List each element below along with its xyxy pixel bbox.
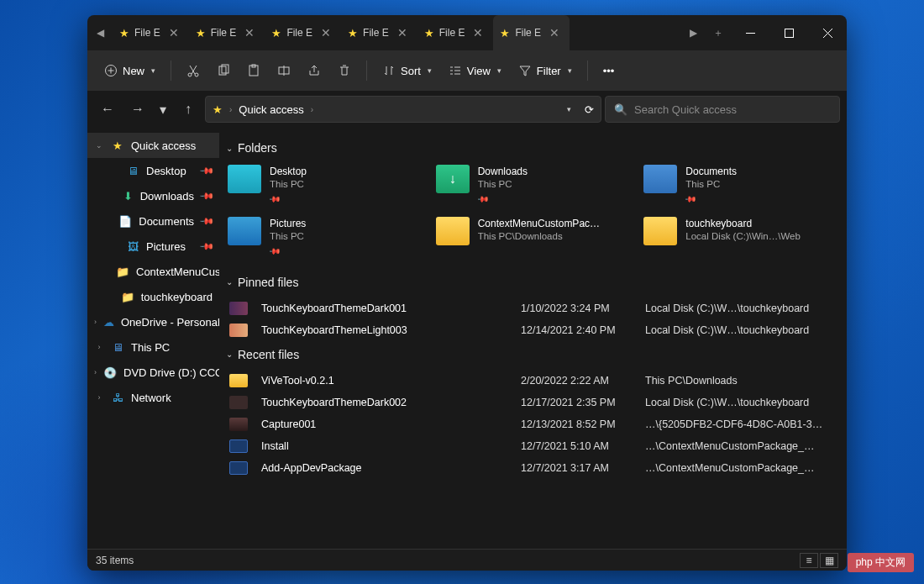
share-button[interactable]: [301, 59, 328, 82]
sidebar-item-label: Desktop: [146, 165, 186, 177]
sidebar-item[interactable]: ›🖥This PC: [87, 334, 219, 360]
tab-label: File E: [439, 27, 465, 39]
sidebar-item[interactable]: 🖼Pictures📌: [87, 234, 219, 259]
recent-locations-button[interactable]: ▾: [155, 96, 171, 123]
delete-button[interactable]: [331, 59, 358, 82]
close-tab-button[interactable]: ✕: [546, 24, 563, 41]
folder-item[interactable]: Desktop This PC 📌: [226, 163, 417, 207]
forward-button[interactable]: →: [124, 96, 151, 123]
view-switcher: ≡ ▦: [800, 553, 838, 568]
tab[interactable]: ★File E✕: [341, 15, 417, 50]
download-icon: ⬇: [123, 189, 134, 203]
tab[interactable]: ★File E✕: [417, 15, 494, 50]
file-location: …\{5205DFB2-CDF6-4D8C-A0B1-3…: [645, 418, 830, 430]
tab[interactable]: ★File E✕: [113, 15, 189, 50]
sort-button[interactable]: Sort▾: [375, 59, 438, 82]
minimize-button[interactable]: [731, 15, 769, 50]
folder-name: ContextMenuCustomPac…: [478, 217, 600, 230]
sidebar-item-label: Documents: [139, 215, 194, 228]
expand-icon: ›: [94, 318, 97, 326]
view-button[interactable]: View▾: [442, 59, 508, 82]
folder-item[interactable]: ↓ Downloads This PC 📌: [434, 163, 626, 207]
chevron-down-icon: ⌄: [226, 277, 233, 287]
file-icon: [229, 396, 248, 409]
more-button[interactable]: •••: [596, 60, 622, 82]
rename-button[interactable]: [270, 59, 297, 82]
close-tab-button[interactable]: ✕: [394, 24, 411, 41]
folder-item[interactable]: ContextMenuCustomPac… This PC\Downloads: [434, 215, 626, 259]
file-row[interactable]: ViVeTool-v0.2.1 2/20/2022 2:22 AM This P…: [226, 370, 833, 392]
folder-name: Downloads: [478, 165, 528, 178]
file-icon: [229, 302, 248, 315]
rename-icon: [277, 64, 291, 77]
maximize-button[interactable]: [769, 15, 808, 50]
svg-rect-0: [785, 29, 793, 37]
folder-icon: [436, 217, 470, 245]
sidebar-item[interactable]: 📁touchkeyboard: [87, 284, 219, 309]
main-body: ⌄★Quick access🖥Desktop📌⬇Downloads📌📄Docum…: [87, 128, 847, 549]
filter-button[interactable]: Filter▾: [512, 59, 579, 82]
file-row[interactable]: Install 12/7/2021 5:10 AM …\ContextMenuC…: [226, 435, 833, 457]
file-icon: [229, 418, 248, 431]
close-tab-button[interactable]: ✕: [318, 24, 334, 41]
new-tab-button[interactable]: ＋: [706, 26, 731, 40]
folder-item[interactable]: Pictures This PC 📌: [226, 215, 417, 259]
cut-button[interactable]: [180, 59, 207, 82]
paste-button[interactable]: [240, 59, 267, 82]
search-box[interactable]: 🔍: [605, 96, 840, 123]
file-row[interactable]: TouchKeyboardThemeLight003 12/14/2021 2:…: [226, 319, 833, 341]
file-row[interactable]: TouchKeyboardThemeDark002 12/17/2021 2:3…: [226, 392, 833, 413]
details-view-button[interactable]: ≡: [800, 553, 818, 568]
address-bar[interactable]: ★ › Quick access › ▾ ⟳: [205, 96, 601, 123]
pinned-section-header[interactable]: ⌄ Pinned files: [226, 276, 833, 289]
navigation-bar: ← → ▾ ↑ ★ › Quick access › ▾ ⟳ 🔍: [87, 91, 847, 128]
folder-info: Desktop This PC 📌: [270, 165, 307, 205]
file-row[interactable]: Capture001 12/13/2021 8:52 PM …\{5205DFB…: [226, 413, 833, 435]
file-row[interactable]: Add-AppDevPackage 12/7/2021 3:17 AM …\Co…: [226, 457, 833, 479]
folder-item[interactable]: Documents This PC 📌: [642, 163, 833, 207]
content-pane: ⌄ Folders Desktop This PC 📌 ↓ Downloads …: [219, 128, 847, 549]
desktop-icon: 🖥: [126, 164, 139, 177]
pin-icon: 📌: [198, 213, 214, 229]
tab[interactable]: ★File E✕: [493, 15, 570, 50]
tiles-view-button[interactable]: ▦: [820, 553, 838, 568]
item-count: 35 items: [96, 555, 134, 566]
up-button[interactable]: ↑: [175, 96, 202, 123]
folder-grid: Desktop This PC 📌 ↓ Downloads This PC 📌 …: [226, 163, 833, 259]
folders-section-header[interactable]: ⌄ Folders: [226, 141, 833, 155]
sidebar-item[interactable]: ›🖧Network: [87, 385, 219, 410]
file-name: ViVeTool-v0.2.1: [261, 375, 514, 387]
file-location: …\ContextMenuCustomPackage_…: [645, 462, 830, 474]
new-button[interactable]: New▾: [97, 59, 162, 82]
tab[interactable]: ★File E✕: [189, 15, 265, 50]
tab[interactable]: ★File E✕: [265, 15, 341, 50]
close-tab-button[interactable]: ✕: [470, 24, 486, 41]
tab-scroll-right[interactable]: ▶: [680, 15, 706, 50]
sidebar-item[interactable]: ›💿DVD Drive (D:) CCCO: [87, 360, 219, 385]
history-dropdown[interactable]: ▾: [567, 105, 571, 113]
search-input[interactable]: [634, 103, 831, 116]
breadcrumb-location[interactable]: Quick access: [239, 103, 303, 116]
file-row[interactable]: TouchKeyboardThemeDark001 1/10/2022 3:24…: [226, 297, 833, 319]
file-date: 12/13/2021 8:52 PM: [521, 418, 638, 430]
star-icon: ★: [213, 103, 223, 116]
close-tab-button[interactable]: ✕: [165, 24, 182, 41]
sidebar-item[interactable]: 🖥Desktop📌: [87, 158, 219, 183]
sidebar-item-label: OneDrive - Personal: [121, 316, 219, 329]
star-icon: ★: [196, 27, 206, 39]
refresh-button[interactable]: ⟳: [585, 103, 594, 116]
sidebar-item[interactable]: 📄Documents📌: [87, 208, 219, 234]
folder-item[interactable]: touchkeyboard Local Disk (C:)\Win…\Web: [642, 215, 833, 259]
sidebar-item-label: touchkeyboard: [141, 291, 213, 303]
back-button[interactable]: ←: [94, 96, 121, 123]
copy-button[interactable]: [210, 59, 237, 82]
sidebar-item[interactable]: 📁ContextMenuCust: [87, 259, 219, 284]
recent-section-header[interactable]: ⌄ Recent files: [226, 348, 833, 361]
sidebar-item[interactable]: ⌄★Quick access: [87, 133, 219, 158]
close-button[interactable]: [808, 15, 847, 50]
sidebar-item[interactable]: ⬇Downloads📌: [87, 183, 219, 208]
sidebar-item[interactable]: ›☁OneDrive - Personal: [87, 309, 219, 334]
close-tab-button[interactable]: ✕: [241, 24, 258, 41]
file-name: TouchKeyboardThemeLight003: [261, 324, 514, 336]
tab-scroll-left[interactable]: ◀: [87, 15, 113, 50]
